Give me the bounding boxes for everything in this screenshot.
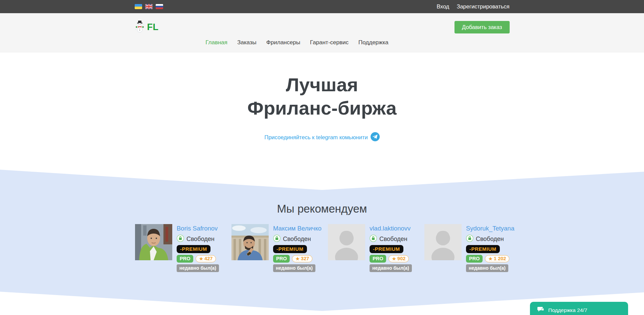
freelancer-name-link[interactable]: Максим Величко (273, 225, 321, 232)
freelancer-cards: Boris Safronov Свободен -PREMIUM (0, 224, 644, 272)
freelancer-card: Sydoruk_Tetyana Свободен -PREMIUM (424, 224, 509, 272)
nav-item-home[interactable]: Главная (205, 39, 227, 46)
telegram-community-link[interactable]: Присоединяйтесь к telegram комьюнити (0, 132, 644, 143)
freelancer-name-link[interactable]: vlad.laktionovv (370, 225, 410, 232)
pro-badge: PRO (466, 255, 483, 263)
topbar: Вход Зарегистрироваться (0, 0, 644, 13)
auth-links: Вход Зарегистрироваться (437, 3, 509, 10)
rating-value: 902 (397, 256, 405, 261)
page: Вход Зарегистрироваться (0, 0, 644, 315)
status-label: Свободен (186, 236, 215, 243)
star-icon: ★ (295, 256, 299, 261)
last-seen-badge: недавно был(а) (177, 264, 219, 272)
pro-badge: PRO (177, 255, 193, 263)
recommend-section: Мы рекомендуем (0, 170, 644, 315)
rating-value: 327 (301, 256, 309, 261)
status-row: Свободен (466, 235, 504, 243)
last-seen-badge: недавно был(а) (273, 264, 315, 272)
freelancer-card: Boris Safronov Свободен -PREMIUM (135, 224, 220, 272)
freelancer-card: Максим Величко Свободен -PREMIUM (231, 224, 316, 272)
star-icon: ★ (199, 256, 203, 261)
rating-value: 427 (204, 256, 213, 261)
main-nav: Главная Заказы Фрилансеры Гарант-сервис … (110, 39, 485, 46)
support-chat-button[interactable]: Поддержка 24/7 (530, 302, 628, 315)
nav-item-freelancers[interactable]: Фрилансеры (266, 39, 300, 46)
nav-item-orders[interactable]: Заказы (237, 39, 257, 46)
premium-badge: -PREMIUM (177, 245, 210, 253)
premium-badge: -PREMIUM (370, 245, 403, 253)
status-row: Свободен (370, 235, 407, 243)
rating-badge: ★ 902 (388, 255, 409, 262)
support-label: Поддержка 24/7 (548, 307, 587, 313)
telegram-link-text[interactable]: Присоединяйтесь к telegram комьюнити (264, 134, 368, 141)
hero-section: Лучшая Фриланс-биржа Присоединяйтесь к t… (0, 52, 644, 143)
premium-badge: -PREMIUM (273, 245, 307, 253)
avatar-placeholder[interactable] (328, 224, 365, 260)
premium-badge: -PREMIUM (466, 245, 500, 253)
free-status-lock-icon (466, 235, 473, 243)
avatar-photo[interactable] (135, 224, 172, 260)
telegram-icon[interactable] (371, 132, 380, 143)
page-title: Лучшая Фриланс-биржа (0, 52, 644, 120)
uk-flag-icon[interactable] (145, 4, 153, 9)
rating-badge: ★ 1 202 (485, 255, 509, 262)
rating-badge: ★ 327 (292, 255, 312, 262)
rating-value: 1 202 (494, 256, 506, 261)
avatar-photo[interactable] (231, 224, 269, 260)
site-logo[interactable]: FL (135, 20, 159, 34)
nav-item-support[interactable]: Поддержка (358, 39, 388, 46)
status-row: Свободен (273, 235, 311, 243)
status-label: Свободен (283, 236, 311, 243)
nav-item-guarantee-service[interactable]: Гарант-сервис (310, 39, 349, 46)
logo-text: FL (147, 22, 159, 32)
status-row: Свободен (177, 235, 215, 243)
pro-badge: PRO (370, 255, 386, 263)
status-label: Свободен (476, 236, 504, 243)
pro-badge: PRO (273, 255, 290, 263)
free-status-lock-icon (177, 235, 184, 243)
free-status-lock-icon (370, 235, 377, 243)
russian-flag-icon[interactable] (156, 4, 163, 9)
star-icon: ★ (392, 256, 396, 261)
status-label: Свободен (379, 236, 407, 243)
header: FL Добавить заказ Главная Заказы Фриланс… (0, 13, 644, 52)
chat-bubble-icon (537, 307, 544, 314)
login-link[interactable]: Вход (437, 3, 449, 10)
star-icon: ★ (488, 256, 492, 261)
language-switcher (135, 4, 163, 9)
freelancer-name-link[interactable]: Sydoruk_Tetyana (466, 225, 514, 232)
last-seen-badge: недавно был(а) (370, 264, 412, 272)
freelancer-card: vlad.laktionovv Свободен -PREMIUM (328, 224, 413, 272)
freelancer-name-link[interactable]: Boris Safronov (177, 225, 218, 232)
register-link[interactable]: Зарегистрироваться (457, 3, 509, 10)
avatar-placeholder[interactable] (424, 224, 462, 260)
free-status-lock-icon (273, 235, 281, 243)
last-seen-badge: недавно был(а) (466, 264, 508, 272)
add-order-button[interactable]: Добавить заказ (454, 21, 509, 33)
recommend-heading: Мы рекомендуем (0, 170, 644, 215)
ukrainian-flag-icon[interactable] (135, 4, 142, 9)
snowman-icon (135, 20, 145, 34)
rating-badge: ★ 427 (196, 255, 216, 262)
